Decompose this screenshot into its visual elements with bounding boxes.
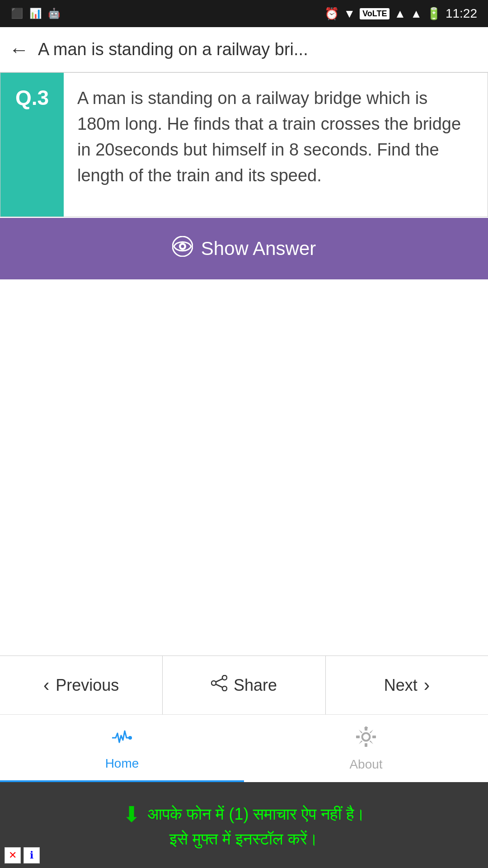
wifi-icon: ▼ <box>343 7 355 21</box>
eye-icon <box>172 236 193 261</box>
next-arrow-icon: › <box>424 675 430 695</box>
main-content: Q.3 A man is standing on a railway bridg… <box>0 72 488 868</box>
toolbar-title: A man is standing on a railway bri... <box>38 40 308 59</box>
svg-point-10 <box>362 733 370 741</box>
show-answer-label: Show Answer <box>201 238 316 259</box>
next-label: Next <box>384 676 418 695</box>
svg-point-3 <box>222 675 227 680</box>
status-bar: ⬛ 📊 🤖 ⏰ ▼ VoLTE ▲ ▲ 🔋 11:22 <box>0 0 488 27</box>
tab-about-label: About <box>349 757 382 772</box>
toolbar: ← A man is standing on a railway bri... <box>0 27 488 72</box>
ad-info-button[interactable]: ℹ <box>23 847 40 863</box>
battery-icon: 🔋 <box>427 7 441 21</box>
ad-close-area: ✕ ℹ <box>5 847 40 863</box>
next-button[interactable]: Next › <box>326 656 488 714</box>
ad-close-button[interactable]: ✕ <box>5 847 21 863</box>
ad-text-row1: ⬇ आपके फोन में (1) समाचार ऐप नहीं है। <box>122 802 365 827</box>
ad-text-line2: इसे मुफ्त में इनस्टॉल करें। <box>169 830 318 849</box>
bar-chart-icon: 📊 <box>29 8 42 19</box>
previous-arrow-icon: ‹ <box>43 675 49 695</box>
ad-text-row2: इसे मुफ्त में इनस्टॉल करें। <box>169 830 318 849</box>
svg-point-5 <box>211 681 216 685</box>
show-answer-button[interactable]: Show Answer <box>0 218 488 279</box>
share-icon <box>211 675 227 695</box>
gear-icon <box>354 725 378 754</box>
question-card: Q.3 A man is standing on a railway bridg… <box>0 72 488 217</box>
content-spacer <box>0 279 488 656</box>
alarm-icon: ⏰ <box>324 7 339 21</box>
svg-point-4 <box>222 686 227 691</box>
ad-content: ⬇ आपके फोन में (1) समाचार ऐप नहीं है। इस… <box>122 802 365 849</box>
svg-rect-12 <box>365 743 367 747</box>
previous-button[interactable]: ‹ Previous <box>0 656 163 714</box>
signal2-icon: ▲ <box>410 7 422 21</box>
ad-text-line1: आपके फोन में (1) समाचार ऐप नहीं है। <box>148 805 365 824</box>
home-icon <box>110 724 134 753</box>
tab-about[interactable]: About <box>244 715 488 782</box>
ad-banner[interactable]: ⬇ आपके फोन में (1) समाचार ऐप नहीं है। इस… <box>0 782 488 868</box>
signal1-icon: ▲ <box>394 7 406 21</box>
image-icon: ⬛ <box>11 8 23 19</box>
tab-home-label: Home <box>105 756 139 771</box>
android-icon: 🤖 <box>48 8 60 19</box>
question-text-box: A man is standing on a railway bridge wh… <box>64 73 488 217</box>
question-number: Q.3 <box>15 85 49 110</box>
tab-home[interactable]: Home <box>0 715 244 782</box>
svg-point-2 <box>181 245 184 248</box>
share-button[interactable]: Share <box>163 656 325 714</box>
tab-bar: Home <box>0 714 488 782</box>
svg-point-8 <box>128 736 132 740</box>
status-bar-right-icons: ⏰ ▼ VoLTE ▲ ▲ 🔋 11:22 <box>324 6 477 21</box>
share-label: Share <box>234 676 277 695</box>
back-button[interactable]: ← <box>9 40 29 60</box>
svg-rect-14 <box>372 736 376 738</box>
ad-download-icon: ⬇ <box>122 802 141 827</box>
volte-badge: VoLTE <box>360 8 389 19</box>
svg-line-7 <box>216 684 222 688</box>
question-number-box: Q.3 <box>0 73 64 217</box>
question-text: A man is standing on a railway bridge wh… <box>77 89 461 185</box>
svg-line-6 <box>216 679 222 682</box>
status-bar-left-icons: ⬛ 📊 🤖 <box>11 8 60 19</box>
time-display: 11:22 <box>446 6 477 21</box>
svg-rect-13 <box>356 736 360 738</box>
previous-label: Previous <box>56 676 119 695</box>
navigation-bar: ‹ Previous Share Next › <box>0 656 488 714</box>
